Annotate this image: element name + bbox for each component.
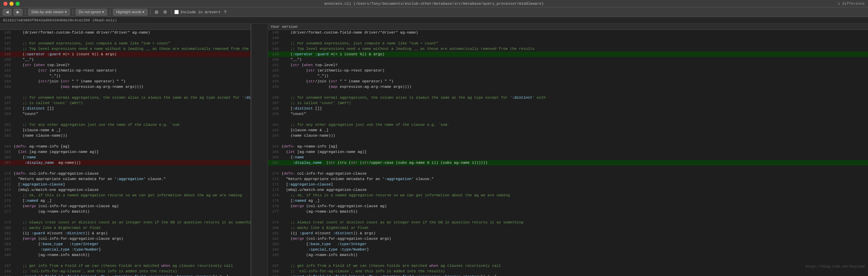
code-line: 185 (ag->name-info &match)) — [268, 252, 868, 258]
line-number: 181 — [268, 231, 282, 236]
code-line: 148 ;; Top level expressions need a name… — [0, 46, 251, 52]
line-number: 163 — [0, 133, 14, 138]
line-number — [0, 258, 14, 263]
maximize-button[interactable] — [16, 2, 20, 6]
ignore-button[interactable]: Do not ignore ▾ — [76, 9, 107, 16]
line-content: ;; is called 'count' (WHY?) — [282, 100, 868, 106]
line-content: (ag->name-info &match)) — [282, 252, 868, 258]
code-line: 189 :guard #{:field-id :field-literal :f… — [0, 274, 251, 276]
line-number: 154 — [0, 79, 14, 84]
line-number: 179 — [268, 220, 282, 225]
nav-prev-button[interactable]: ◀ — [3, 9, 12, 16]
code-line: 156 ;; for unnamed normal aggregations, … — [268, 95, 868, 100]
line-number — [268, 214, 282, 220]
line-number: 187 — [0, 263, 14, 269]
line-number: 175 — [0, 198, 14, 203]
code-line: 151 (str (when top-level? — [268, 62, 868, 68]
line-content: :special_type :type/Number} — [14, 247, 251, 252]
line-content: :guard #{:field-id :field-literal :fk-> … — [282, 274, 868, 276]
line-number: 177 — [268, 209, 282, 214]
line-content: ;; Top level expressions need a name wit… — [14, 46, 251, 52]
code-line: 188 ;; `col-info-for-ag-clause`, and thi… — [268, 269, 868, 274]
line-content: [:distinct []] — [282, 106, 868, 111]
code-line: 163 (name clause-name))) — [268, 133, 868, 138]
line-content: ;; get info from a Field if we can (thes… — [14, 263, 251, 269]
code-line: 182 (merge (col-info-for-aggregation-cla… — [0, 236, 251, 241]
line-content: [:distinct []] — [14, 106, 251, 111]
code-line: 166 {:name — [268, 155, 868, 160]
code-line: 172 [:aggregation-clause] — [0, 182, 251, 187]
code-line — [268, 117, 868, 122]
line-number: 173 — [268, 187, 282, 193]
line-number: 158 — [0, 106, 14, 111]
line-number: 153 — [0, 73, 14, 79]
code-line: 154 (str/join (str " " (name operator) "… — [268, 79, 868, 84]
line-content: ;; `col-info-for-ag-clause`, and this in… — [14, 269, 251, 274]
left-code-area[interactable]: 145 (driver/format-custom-field-name dri… — [0, 30, 251, 276]
line-content: (merge (col-info-for-aggregation-clause … — [14, 236, 251, 241]
help-icon-button[interactable]: ? — [223, 9, 228, 15]
line-number: 149 — [268, 52, 282, 57]
line-content: (str/join (str " " (name operator) " ") — [282, 79, 868, 84]
code-line: 149 (:operator :guard #(< 1 (count %)) &… — [0, 52, 251, 57]
line-number: 176 — [268, 203, 282, 209]
line-content: (defn- ag->name-info [ag] — [14, 144, 251, 149]
line-number: 165 — [268, 149, 282, 155]
line-number: 161 — [0, 122, 14, 127]
code-line: 180 ;; wacky like a BigDecimal or Float — [268, 225, 868, 231]
line-number: 155 — [0, 84, 14, 90]
line-content — [14, 165, 251, 171]
line-content: (:operator :guard #(< 1 (count %)) & arg… — [14, 52, 251, 57]
line-content: [:named ag _] — [282, 198, 868, 203]
settings-icon-button[interactable]: ⚙ — [162, 9, 169, 15]
right-pane: Your version 145 (driver/format-custom-f… — [268, 24, 868, 276]
highlight-words-button[interactable]: Highlight words ▾ — [113, 9, 148, 16]
code-line — [268, 258, 868, 263]
line-content: (driver/format-custom-field-name driver/… — [14, 30, 251, 35]
include-revert-input[interactable] — [174, 10, 179, 14]
editor-container: 145 (driver/format-custom-field-name dri… — [0, 24, 868, 276]
code-line: 146 — [268, 35, 868, 41]
line-number: 159 — [268, 111, 282, 117]
line-number: 172 — [0, 182, 14, 187]
code-line: 180 ;; wacky like a BigDecimal or Float — [0, 225, 251, 231]
line-content: ;; Always treat count or distinct count … — [14, 220, 251, 225]
line-number: 163 — [268, 133, 282, 138]
code-line: 175 [:named ag _] — [268, 198, 868, 203]
line-number — [268, 138, 282, 144]
code-line: 170(defn- col-info-for-aggregation-claus… — [0, 171, 251, 176]
code-line: 185 (ag->name-info &match)) — [0, 252, 251, 258]
line-number: 167 — [0, 160, 14, 165]
code-line: 171 "Return appropriate column metadata … — [0, 176, 251, 182]
line-content — [282, 138, 868, 144]
code-line: 184 :special_type :type/Number} — [0, 247, 251, 252]
line-content — [14, 214, 251, 220]
code-line: 179 ;; Always treat count or distinct co… — [268, 220, 868, 225]
line-number: 148 — [0, 46, 14, 52]
columns-icon-button[interactable]: ⊞ — [153, 9, 160, 15]
view-mode-button[interactable]: Side-by-side viewer ▾ — [28, 9, 70, 16]
line-number: 180 — [268, 225, 282, 231]
line-content: "count" — [14, 111, 251, 117]
line-number: 185 — [0, 252, 14, 258]
line-content: ;; For unnamed expressions, just compute… — [14, 41, 251, 46]
line-number: 150 — [268, 57, 282, 62]
line-content: (defn- ag->name-info [ag] — [282, 144, 868, 149]
line-content: {:base_type :type/Integer — [282, 241, 868, 247]
code-line: 147 ;; For unnamed expressions, just com… — [0, 41, 251, 46]
nav-next-button[interactable]: ▶ — [14, 9, 22, 16]
right-code-area[interactable]: 145 (driver/format-custom-field-name dri… — [268, 30, 868, 276]
code-line: 171 "Return appropriate column metadata … — [268, 176, 868, 182]
line-content: ;; for unnamed normal aggregations, the … — [282, 95, 868, 100]
close-button[interactable] — [3, 2, 7, 6]
line-number: 158 — [268, 106, 282, 111]
code-line: 161 ;; for any other aggregation just us… — [268, 122, 868, 127]
code-line: 147 ;; For unnamed expressions, just com… — [268, 41, 868, 46]
minimize-button[interactable] — [9, 2, 14, 6]
include-revert-checkbox[interactable]: Include in &revert — [174, 10, 220, 14]
code-line: 152 (str (arithmetic-op->text operator) — [0, 68, 251, 73]
code-line: 177 (ag->name-info &match)) — [0, 209, 251, 214]
code-line: 154 (str/join (str " " (name operator) "… — [0, 79, 251, 84]
code-line — [0, 214, 251, 220]
line-content: [:named ag _] — [14, 198, 251, 203]
